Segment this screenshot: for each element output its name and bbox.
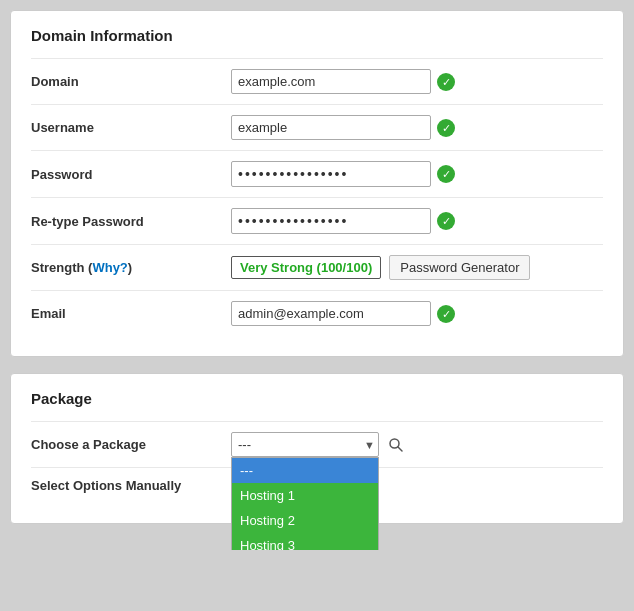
password-label: Password	[31, 167, 231, 182]
email-control	[231, 301, 455, 326]
select-options-manually-label: Select Options Manually	[31, 478, 231, 493]
username-input[interactable]	[231, 115, 431, 140]
domain-control	[231, 69, 455, 94]
dropdown-item-hosting2[interactable]: Hosting 2	[232, 508, 378, 533]
password-generator-button[interactable]: Password Generator	[389, 255, 530, 280]
dropdown-item-default[interactable]: ---	[232, 458, 378, 483]
strength-label: Strength (Why?)	[31, 260, 231, 275]
choose-package-control: --- Hosting 1 Hosting 2 Hosting 3 ▼ --- …	[231, 432, 407, 457]
strength-value: Very Strong (100/100)	[240, 260, 372, 275]
password-input[interactable]	[231, 161, 431, 187]
domain-info-title: Domain Information	[31, 27, 603, 44]
package-select[interactable]: --- Hosting 1 Hosting 2 Hosting 3	[231, 432, 379, 457]
username-label: Username	[31, 120, 231, 135]
dropdown-item-hosting3[interactable]: Hosting 3	[232, 533, 378, 550]
username-control	[231, 115, 455, 140]
domain-information-card: Domain Information Domain Username Passw…	[10, 10, 624, 357]
retype-password-check-icon	[437, 212, 455, 230]
package-search-button[interactable]	[385, 434, 407, 456]
why-link[interactable]: Why?	[92, 260, 127, 275]
email-label: Email	[31, 306, 231, 321]
search-icon	[388, 437, 404, 453]
email-row: Email	[31, 290, 603, 336]
strength-badge: Very Strong (100/100)	[231, 256, 381, 279]
retype-password-control	[231, 208, 455, 234]
package-title: Package	[31, 390, 603, 407]
dropdown-item-hosting1[interactable]: Hosting 1	[232, 483, 378, 508]
choose-package-label: Choose a Package	[31, 437, 231, 452]
package-card: Package Choose a Package --- Hosting 1 H…	[10, 373, 624, 524]
domain-label: Domain	[31, 74, 231, 89]
email-input[interactable]	[231, 301, 431, 326]
domain-input[interactable]	[231, 69, 431, 94]
password-check-icon	[437, 165, 455, 183]
choose-package-row: Choose a Package --- Hosting 1 Hosting 2…	[31, 421, 603, 467]
package-select-wrap: --- Hosting 1 Hosting 2 Hosting 3 ▼	[231, 432, 379, 457]
strength-row: Strength (Why?) Very Strong (100/100) Pa…	[31, 244, 603, 290]
username-row: Username	[31, 104, 603, 150]
retype-password-input[interactable]	[231, 208, 431, 234]
username-check-icon	[437, 119, 455, 137]
package-dropdown-list: --- Hosting 1 Hosting 2 Hosting 3	[231, 457, 379, 550]
password-row: Password	[31, 150, 603, 197]
retype-password-row: Re-type Password	[31, 197, 603, 244]
domain-check-icon	[437, 73, 455, 91]
svg-line-1	[398, 447, 402, 451]
strength-control: Very Strong (100/100) Password Generator	[231, 255, 530, 280]
retype-password-label: Re-type Password	[31, 214, 231, 229]
email-check-icon	[437, 305, 455, 323]
domain-row: Domain	[31, 58, 603, 104]
password-control	[231, 161, 455, 187]
